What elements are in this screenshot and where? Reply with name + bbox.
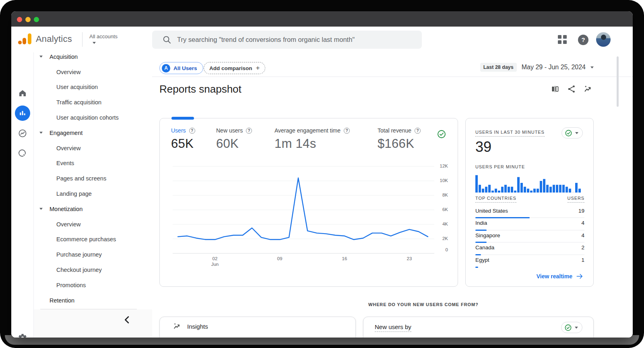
sidebar-section-label: Retention [50,297,74,304]
sidebar-item-label: Overview [56,145,80,151]
y-axis-tick-label: 2K [438,236,448,241]
active-metric-indicator [171,117,194,120]
date-range-picker[interactable]: Last 28 days May 29 - Jun 25, 2024 [480,63,594,72]
avatar[interactable] [596,32,611,47]
sidebar-item-events[interactable]: Events [34,156,152,171]
sidebar-item-overview[interactable]: Overview [34,64,152,80]
comparison-icon[interactable] [550,84,560,94]
view-realtime-link[interactable]: View realtime [537,272,584,280]
country-row-canada: Canada2 [475,242,584,255]
country-row-united-states: United States19 [475,206,584,218]
help-icon[interactable]: ? [578,35,588,45]
sidebar-item-landing-page[interactable]: Landing page [34,186,152,201]
caret-down-icon [93,42,96,44]
sidebar-item-label: User acquisition [56,84,98,90]
question-mark-icon[interactable]: ? [189,128,195,134]
sidebar-section-engagement[interactable]: Engagement [34,125,152,141]
logo-dot [18,41,22,44]
sidebar-item-checkout-journey[interactable]: Checkout journey [34,262,152,278]
caret-down-icon [39,56,43,58]
insights-sparkle-icon[interactable] [583,84,593,94]
y-axis-tick-label: 4K [438,222,448,226]
realtime-card: USERS IN LAST 30 MINUTES 39 USERS PER MI… [465,118,594,287]
sidebar-item-traffic-acquisition[interactable]: Traffic acquisition [34,95,152,110]
realtime-status-dropdown[interactable] [561,127,583,139]
settings-gear-icon[interactable] [18,333,27,338]
vertical-scrollbar[interactable] [617,56,619,107]
sidebar-footer [34,309,152,338]
advertising-icon[interactable] [18,149,27,158]
sidebar-nav: AcquisitionOverviewUser acquisitionTraff… [34,49,152,309]
users-header[interactable]: USERS [568,196,584,203]
share-icon[interactable] [567,84,576,94]
sidebar-item-user-acquisition[interactable]: User acquisition [34,80,152,95]
search-input[interactable] [177,31,415,49]
country-users-bar [475,267,478,268]
sidebar-item-label: Checkout journey [56,267,102,273]
x-axis-tick-label: 09 [271,256,289,261]
realtime-user-count: 39 [475,139,491,155]
sidebar-item-overview[interactable]: Overview [34,141,152,156]
countries-table-header: TOP COUNTRIES USERS [475,196,584,203]
sidebar-section-retention[interactable]: Retention [34,293,152,308]
new-users-status-dropdown[interactable] [561,322,582,333]
x-axis-tick-label: 02Jun [206,256,224,267]
close-button[interactable] [17,17,22,22]
new-users-by-selector[interactable]: New users by [375,323,411,332]
top-countries-header[interactable]: TOP COUNTRIES [475,196,516,203]
sidebar-item-ecommerce-purchases[interactable]: Ecommerce purchases [34,232,152,247]
left-rail [11,52,34,338]
analytics-logo[interactable] [18,33,32,46]
account-switcher[interactable]: All accounts [89,33,134,40]
segment-avatar: A [162,64,170,72]
add-comparison-button[interactable]: Add comparison + [204,62,265,74]
sidebar-item-label: Overview [56,221,80,228]
sidebar-item-user-acquisition-cohorts[interactable]: User acquisition cohorts [34,110,152,125]
realtime-title[interactable]: USERS IN LAST 30 MINUTES [475,130,545,137]
metric-total-revenue[interactable]: Total revenue?$166K [378,127,421,151]
sidebar-item-purchase-journey[interactable]: Purchase journey [34,247,152,262]
sidebar-section-monetization[interactable]: Monetization [34,201,152,217]
insights-card[interactable]: Insights [159,317,356,338]
reports-icon[interactable] [15,106,30,121]
sidebar-item-label: Traffic acquisition [56,99,101,106]
date-range-text: May 29 - Jun 25, 2024 [522,64,586,71]
sidebar-item-overview[interactable]: Overview [34,217,152,232]
segment-chip-all-users[interactable]: A All Users [159,62,203,74]
caret-down-icon [575,132,578,134]
minimize-button[interactable] [25,17,31,22]
metric-new-users[interactable]: New users?60K [216,127,252,151]
insights-label: Insights [187,323,208,330]
new-users-section-heading: WHERE DO YOUR NEW USERS COME FROM? [368,302,479,307]
sidebar-section-acquisition[interactable]: Acquisition [34,49,152,64]
explore-icon[interactable] [18,128,27,138]
metric-label-row: Average engagement time? [275,127,350,134]
status-check-icon [565,129,572,137]
home-icon[interactable] [18,88,27,98]
plus-icon: + [256,64,260,72]
question-mark-icon[interactable]: ? [415,128,421,134]
country-name: Egypt [475,257,489,263]
y-axis-tick-label: 0 [438,247,448,252]
sidebar-item-promotions[interactable]: Promotions [34,278,152,293]
metric-value: 60K [216,137,252,151]
sidebar-item-label: Overview [56,69,80,75]
metric-users[interactable]: Users?65K [171,127,195,151]
sidebar-section-label: Monetization [50,206,83,212]
metric-average-engagement-time[interactable]: Average engagement time?1m 14s [275,127,350,151]
page-title: Reports snapshot [159,83,242,95]
status-check-icon[interactable] [437,129,446,139]
users-per-minute-chart [475,172,581,193]
app-name: Analytics [36,34,72,44]
metric-value: 1m 14s [275,137,350,151]
metric-label: Users [171,127,186,134]
sidebar-item-pages-and-screens[interactable]: Pages and screens [34,171,152,186]
apps-grid-icon[interactable] [558,35,567,44]
maximize-button[interactable] [34,17,39,22]
y-axis-tick-label: 12K [438,164,448,168]
question-mark-icon[interactable]: ? [344,128,350,134]
search-bar[interactable] [152,31,422,49]
country-users-value: 4 [581,232,584,238]
collapse-chevron-icon[interactable] [122,314,133,325]
question-mark-icon[interactable]: ? [246,128,252,134]
